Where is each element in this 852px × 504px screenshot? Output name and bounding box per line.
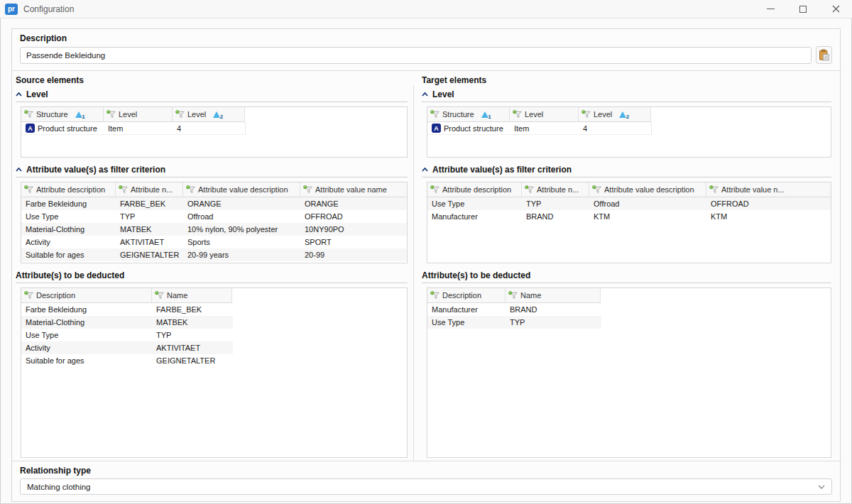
table-row[interactable]: Use Type TYP — [427, 316, 601, 329]
clipboard-icon — [818, 49, 830, 61]
section-title: Attribute value(s) as filter criterion — [432, 165, 572, 175]
column-header-attr-description[interactable]: Attribute description — [21, 182, 116, 197]
app-icon: pr — [5, 4, 18, 15]
table-row[interactable]: Manufacturer BRAND KTM KTM — [427, 210, 831, 223]
filter-funnel-icon[interactable] — [430, 110, 439, 119]
collapse-chevron-icon[interactable] — [16, 168, 22, 172]
table-row[interactable]: Manufacturer BRAND — [427, 303, 601, 316]
table-row[interactable]: Material-Clothing MATBEK — [21, 316, 233, 329]
filter-funnel-icon[interactable] — [513, 110, 522, 119]
column-splitter[interactable] — [413, 85, 414, 461]
column-header-attr-value-description[interactable]: Attribute value description — [589, 182, 706, 197]
description-input[interactable] — [20, 47, 812, 64]
column-header-attr-name[interactable]: Attribute n... — [522, 182, 589, 197]
table-row[interactable]: Use Type TYP Offroad OFFROAD — [427, 197, 831, 210]
filter-funnel-icon[interactable] — [592, 185, 601, 194]
table-row[interactable]: A Product structure Item 4 — [427, 122, 651, 135]
filter-funnel-icon[interactable] — [508, 291, 518, 300]
column-header-attr-value-name[interactable]: Attribute value name — [300, 182, 407, 197]
relationship-section: Relationship type Matching clothing — [12, 461, 840, 501]
target-deducted-table: Description Name Manufacturer BRAND — [427, 287, 831, 458]
structure-cell: A Product structure — [21, 122, 104, 134]
table-row[interactable]: Use Type TYP — [21, 329, 233, 341]
filter-funnel-icon[interactable] — [106, 110, 116, 119]
column-header-attr-name[interactable]: Attribute n... — [116, 182, 183, 197]
filter-funnel-icon[interactable] — [430, 291, 439, 300]
main-panel: Description Source elements Target eleme… — [11, 28, 841, 502]
column-header-attr-value-description[interactable]: Attribute value description — [183, 182, 300, 197]
minimize-icon — [767, 9, 775, 9]
relationship-type-label: Relationship type — [16, 466, 832, 476]
collapse-chevron-icon[interactable] — [16, 92, 22, 97]
structure-a-icon: A — [432, 124, 441, 133]
sort-indicator: 2 — [213, 111, 222, 119]
elements-section: Source elements Target elements Level S — [12, 71, 840, 461]
collapse-chevron-icon[interactable] — [422, 168, 428, 172]
maximize-icon — [799, 6, 807, 13]
section-title: Attribute(s) to be deducted — [16, 270, 124, 280]
filter-funnel-icon[interactable] — [709, 185, 719, 194]
target-elements-label: Target elements — [422, 75, 486, 85]
filter-funnel-icon[interactable] — [24, 110, 33, 119]
filter-funnel-icon[interactable] — [186, 185, 195, 194]
table-row[interactable]: Activity AKTIVITAET Sports SPORT — [21, 236, 407, 248]
column-header-level[interactable]: Level — [104, 107, 173, 121]
filter-funnel-icon[interactable] — [24, 291, 33, 300]
sort-indicator: 1 — [481, 111, 491, 119]
collapse-chevron-icon[interactable] — [422, 92, 428, 97]
column-header-description[interactable]: Description — [21, 288, 152, 302]
window-controls — [754, 0, 852, 18]
source-elements-label: Source elements — [16, 75, 422, 85]
filter-funnel-icon[interactable] — [525, 185, 534, 194]
level-number-cell: 4 — [579, 122, 651, 134]
minimize-button[interactable] — [754, 0, 787, 18]
target-filter-table: Attribute description Attribute n... Att… — [427, 182, 831, 263]
filter-funnel-icon[interactable] — [581, 110, 591, 119]
filter-funnel-icon[interactable] — [119, 185, 128, 194]
table-row[interactable]: A Product structure Item 4 — [21, 122, 245, 135]
structure-a-icon: A — [26, 124, 35, 133]
filter-funnel-icon[interactable] — [155, 291, 164, 300]
column-header-name[interactable]: Name — [506, 288, 601, 302]
filter-funnel-icon[interactable] — [24, 185, 33, 194]
source-level-table: Structure 1 Level Level 2 — [21, 106, 408, 158]
source-filter-table: Attribute description Attribute n... Att… — [21, 182, 408, 263]
column-header-description[interactable]: Description — [427, 288, 506, 302]
table-row[interactable]: Farbe Bekleidung FARBE_BEK — [21, 303, 233, 316]
titlebar: pr Configuration — [0, 0, 852, 18]
paste-button[interactable] — [816, 46, 832, 64]
close-button[interactable] — [819, 0, 852, 18]
section-title: Attribute value(s) as filter criterion — [26, 165, 165, 175]
filter-funnel-icon[interactable] — [175, 110, 185, 119]
source-deducted-section-header: Attribute(s) to be deducted — [16, 269, 408, 283]
relationship-type-select[interactable]: Matching clothing — [20, 478, 832, 495]
sort-indicator: 1 — [75, 111, 84, 119]
source-filter-section-header: Attribute value(s) as filter criterion — [16, 163, 408, 177]
filter-funnel-icon[interactable] — [303, 185, 312, 194]
table-row[interactable]: Activity AKTIVITAET — [21, 341, 233, 354]
app-icon-text: pr — [8, 5, 15, 13]
filter-funnel-icon[interactable] — [430, 185, 439, 194]
table-row[interactable]: Suitable for ages GEIGNETALTER — [21, 354, 233, 367]
section-title: Level — [432, 89, 454, 99]
column-header-attr-value-name[interactable]: Attribute value n... — [706, 182, 831, 197]
column-header-level-2[interactable]: Level 2 — [173, 107, 245, 121]
table-row[interactable]: Suitable for ages GEIGNETALTER 20-99 yea… — [21, 248, 407, 261]
source-level-section-header: Level — [16, 88, 408, 102]
column-header-name[interactable]: Name — [152, 288, 232, 302]
relationship-type-value: Matching clothing — [27, 483, 818, 491]
target-level-section-header: Level — [422, 88, 831, 102]
dialog-content: Description Source elements Target eleme… — [0, 18, 852, 502]
table-row[interactable]: Use Type TYP Offroad OFFROAD — [21, 210, 407, 223]
target-filter-section-header: Attribute value(s) as filter criterion — [422, 163, 831, 177]
column-header-structure[interactable]: Structure 1 — [21, 107, 104, 121]
section-title: Attribute(s) to be deducted — [422, 270, 530, 280]
column-header-attr-description[interactable]: Attribute description — [427, 182, 522, 197]
section-title: Level — [26, 89, 48, 99]
table-row[interactable]: Material-Clothing MATBEK 10% nylon, 90% … — [21, 223, 407, 236]
table-row[interactable]: Farbe Bekleidung FARBE_BEK ORANGE ORANGE — [21, 197, 407, 210]
column-header-structure[interactable]: Structure 1 — [427, 107, 510, 121]
maximize-button[interactable] — [787, 0, 819, 18]
column-header-level[interactable]: Level — [510, 107, 579, 121]
column-header-level-2[interactable]: Level 2 — [579, 107, 651, 121]
